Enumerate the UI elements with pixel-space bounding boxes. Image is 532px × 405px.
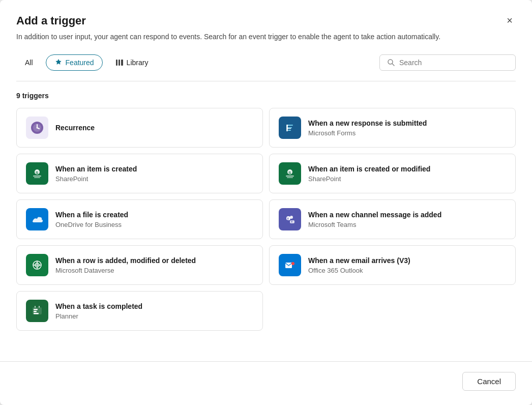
svg-text:S: S — [288, 170, 291, 175]
svg-rect-41 — [34, 311, 37, 312]
tab-library-label: Library — [127, 59, 149, 67]
svg-rect-40 — [34, 309, 38, 310]
close-button[interactable]: × — [504, 14, 516, 26]
filter-row: All Featured Library — [0, 42, 532, 71]
svg-text:T: T — [291, 220, 293, 223]
trigger-card-dataverse-row[interactable]: When a row is added, modified or deleted… — [16, 245, 263, 285]
search-box[interactable] — [379, 54, 516, 71]
star-icon — [54, 59, 63, 67]
trigger-source: SharePoint — [308, 175, 430, 183]
search-input[interactable] — [399, 59, 508, 67]
title-row: Add a trigger × — [16, 14, 516, 27]
trigger-info: When a task is completed Planner — [55, 302, 142, 320]
svg-point-7 — [37, 127, 38, 129]
svg-rect-22 — [287, 177, 293, 178]
svg-rect-11 — [288, 127, 292, 128]
trigger-info: When an item is created SharePoint — [55, 164, 137, 182]
dialog-header: Add a trigger × In addition to user inpu… — [0, 0, 532, 42]
triggers-section: 9 triggers Recurrence F — [0, 81, 532, 349]
add-trigger-dialog: Add a trigger × In addition to user inpu… — [0, 0, 532, 405]
trigger-name: When a new response is submitted — [308, 119, 427, 128]
trigger-info: Recurrence — [55, 123, 95, 132]
trigger-name: When a row is added, modified or deleted — [55, 256, 196, 265]
trigger-source: Microsoft Teams — [308, 221, 441, 228]
trigger-card-sharepoint-created[interactable]: S When an item is created SharePoint — [16, 154, 263, 193]
trigger-source: Planner — [55, 312, 142, 320]
trigger-info: When a new response is submitted Microso… — [308, 119, 427, 136]
svg-rect-2 — [121, 60, 123, 66]
trigger-info: When a new channel message is added Micr… — [308, 210, 441, 228]
tab-featured[interactable]: Featured — [46, 54, 103, 71]
trigger-name: When a new channel message is added — [308, 210, 441, 219]
trigger-name: When an item is created or modified — [308, 164, 430, 173]
svg-text:S: S — [36, 170, 39, 175]
trigger-name: Recurrence — [55, 123, 95, 132]
dialog-title: Add a trigger — [16, 14, 86, 27]
trigger-name: When an item is created — [55, 164, 137, 173]
trigger-card-outlook-email[interactable]: When a new email arrives (V3) Office 365… — [269, 245, 516, 285]
library-icon — [115, 59, 124, 67]
svg-rect-0 — [116, 60, 117, 66]
trigger-source: SharePoint — [55, 175, 137, 183]
triggers-count: 9 triggers — [16, 92, 516, 100]
trigger-info: When a row is added, modified or deleted… — [55, 256, 196, 274]
svg-rect-37 — [291, 262, 294, 265]
triggers-grid: Recurrence F When a new response is subm… — [16, 108, 516, 331]
trigger-info: When an item is created or modified Shar… — [308, 164, 430, 182]
trigger-card-forms-response[interactable]: F When a new response is submitted Micro… — [269, 108, 516, 148]
svg-rect-12 — [288, 130, 291, 131]
trigger-name: When a file is created — [55, 210, 128, 219]
trigger-source: OneDrive for Business — [55, 221, 128, 228]
trigger-card-teams-channel[interactable]: T T When a new channel message is added … — [269, 199, 516, 239]
svg-rect-1 — [119, 60, 120, 66]
cancel-button[interactable]: Cancel — [462, 372, 516, 391]
tab-all[interactable]: All — [16, 54, 42, 71]
dialog-footer: Cancel — [0, 361, 532, 405]
search-icon — [387, 59, 395, 67]
svg-line-4 — [392, 64, 394, 66]
svg-rect-42 — [34, 313, 39, 314]
trigger-card-onedrive-file[interactable]: When a file is created OneDrive for Busi… — [16, 199, 263, 239]
trigger-source: Microsoft Dataverse — [55, 267, 196, 274]
filter-tabs: All Featured Library — [16, 54, 157, 71]
trigger-info: When a file is created OneDrive for Busi… — [55, 210, 128, 228]
tab-library[interactable]: Library — [107, 54, 157, 71]
trigger-card-sharepoint-modified[interactable]: S When an item is created or modified Sh… — [269, 154, 516, 193]
trigger-source: Microsoft Forms — [308, 129, 427, 137]
svg-rect-21 — [286, 176, 294, 177]
trigger-card-planner-task[interactable]: When a task is completed Planner — [16, 291, 263, 331]
dialog-subtitle: In addition to user input, your agent ca… — [16, 32, 464, 42]
svg-rect-16 — [33, 176, 41, 177]
trigger-name: When a task is completed — [55, 302, 142, 311]
trigger-card-recurrence[interactable]: Recurrence — [16, 108, 263, 148]
svg-rect-10 — [288, 125, 293, 126]
tab-featured-label: Featured — [66, 59, 94, 67]
svg-text:T: T — [287, 217, 289, 221]
trigger-name: When a new email arrives (V3) — [308, 256, 410, 265]
svg-rect-17 — [34, 177, 40, 178]
trigger-info: When a new email arrives (V3) Office 365… — [308, 256, 410, 274]
trigger-source: Office 365 Outlook — [308, 267, 410, 274]
